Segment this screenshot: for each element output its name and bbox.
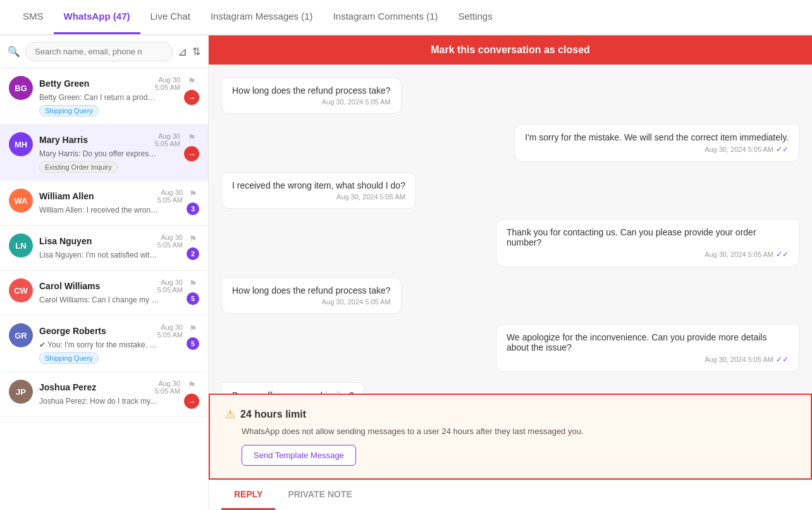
conversation-item-george-roberts[interactable]: GRGeorge RobertsAug 305:05 AM✔ You: I'm … [0,316,208,372]
conv-content: Mary HarrisAug 305:05 AMMary Harris: Do … [39,132,180,173]
conv-actions: ⚑→ [184,380,199,409]
conv-actions: ⚑2 [187,233,199,260]
flag-icon[interactable]: ⚑ [188,76,196,86]
unread-badge: 3 [187,202,199,215]
conv-content: Joshua PerezAug 305:05 AMJoshua Perez: H… [39,380,180,409]
avatar: JP [9,380,33,404]
conv-tag: Shipping Query [39,105,99,116]
top-nav: SMSWhatsApp (47)Live ChatInstagram Messa… [0,0,812,35]
conv-name: George Roberts [39,326,106,336]
flag-icon[interactable]: ⚑ [188,132,196,142]
read-receipt-icon: ✓✓ [776,145,789,154]
nav-item-sms[interactable]: SMS [13,0,54,34]
conv-name: Carol Williams [39,281,100,291]
message-time: Aug 30, 2024 5:05 AM [232,98,391,106]
conv-preview: Joshua Perez: How do I track my... [39,397,159,406]
chat-messages: How long does the refund process take?Au… [209,65,812,394]
conv-preview: Carol Williams: Can I change my delivery… [39,295,159,304]
conv-time: Aug 305:05 AM [157,278,183,294]
conversation-item-betty-green[interactable]: BGBetty GreenAug 305:05 AMBetty Green: C… [0,68,208,125]
conv-time: Aug 305:05 AM [155,380,180,395]
nav-item-instagram-comments[interactable]: Instagram Comments (1) [323,0,448,34]
avatar: WA [9,189,33,213]
warning-box: ⚠ 24 hours limit WhatsApp does not allow… [209,394,812,480]
message-m6: We apologize for the inconvenience. Can … [496,324,799,372]
conversation-list: BGBetty GreenAug 305:05 AMBetty Green: C… [0,68,208,510]
flag-icon[interactable]: ⚑ [188,380,196,390]
conv-tag: Existing Order Inquiry [39,161,118,173]
conversation-item-carol-williams[interactable]: CWCarol WilliamsAug 305:05 AMCarol Willi… [0,271,208,316]
nav-item-whatsapp[interactable]: WhatsApp (47) [54,0,140,34]
conv-actions: ⚑5 [187,278,199,305]
conv-actions: ⚑→ [184,76,199,105]
message-text: I received the wrong item, what should I… [232,180,405,190]
avatar: MH [9,132,33,156]
filter-icon[interactable]: ⊿ [178,45,187,59]
send-template-button[interactable]: Send Template Message [242,445,356,466]
search-input[interactable] [25,42,173,61]
avatar: LN [9,233,33,258]
arrow-button[interactable]: → [184,394,199,409]
read-receipt-icon: ✓✓ [776,250,789,259]
message-m7: Do you offer express shipping?Aug 30, 20… [221,382,365,394]
conv-content: Betty GreenAug 305:05 AMBetty Green: Can… [39,76,180,116]
arrow-button[interactable]: → [184,146,199,161]
conv-name: Joshua Perez [39,382,96,392]
chat-footer: REPLYPRIVATE NOTE [209,480,812,510]
message-m4: Thank you for contacting us. Can you ple… [496,219,799,267]
conv-time: Aug 305:05 AM [157,189,183,204]
sort-icon[interactable]: ⇅ [192,46,200,58]
flag-icon[interactable]: ⚑ [189,189,197,199]
conv-preview: Lisa Nguyen: I'm not satisfied with the … [39,251,159,259]
message-time: Aug 30, 2024 5:05 AM✓✓ [525,145,789,154]
warning-title: 24 hours limit [240,409,306,420]
unread-badge: 2 [187,247,199,260]
nav-item-livechat[interactable]: Live Chat [140,0,200,34]
conversation-item-joshua-perez[interactable]: JPJoshua PerezAug 305:05 AMJoshua Perez:… [0,372,208,417]
warning-icon: ⚠ [225,407,235,421]
message-time: Aug 30, 2024 5:05 AM [232,193,405,201]
conv-actions: ⚑5 [187,323,199,350]
conv-actions: ⚑→ [184,132,199,161]
conv-name: Mary Harris [39,135,88,145]
conv-time: Aug 305:05 AM [157,323,183,339]
read-receipt-icon: ✓✓ [776,355,789,364]
avatar: GR [9,323,33,347]
flag-icon[interactable]: ⚑ [189,323,197,333]
conv-time: Aug 305:05 AM [155,76,180,91]
search-icon: 🔍 [8,46,20,58]
flag-icon[interactable]: ⚑ [189,233,197,244]
conv-name: William Allen [39,191,94,201]
chat-header[interactable]: Mark this conversation as closed [209,35,812,65]
sidebar: 🔍 ⊿ ⇅ BGBetty GreenAug 305:05 AMBetty Gr… [0,35,209,510]
message-text: How long does the refund process take? [232,85,391,96]
arrow-button[interactable]: → [184,90,199,105]
conv-time: Aug 305:05 AM [157,233,183,249]
footer-tab-reply[interactable]: REPLY [221,480,275,510]
conv-preview: Mary Harris: Do you offer express shippi… [39,149,159,158]
message-m5: How long does the refund process take?Au… [221,277,402,314]
flag-icon[interactable]: ⚑ [189,278,197,289]
sidebar-search: 🔍 ⊿ ⇅ [0,35,208,68]
message-text: Thank you for contacting us. Can you ple… [507,227,789,247]
nav-item-instagram-messages[interactable]: Instagram Messages (1) [200,0,323,34]
conversation-item-mary-harris[interactable]: MHMary HarrisAug 305:05 AMMary Harris: D… [0,125,208,181]
avatar: CW [9,278,33,302]
warning-description: WhatsApp does not allow sending messages… [242,426,796,436]
message-text: I'm sorry for the mistake. We will send … [525,132,789,142]
message-m2: I'm sorry for the mistake. We will send … [514,124,799,162]
conv-content: George RobertsAug 305:05 AM✔ You: I'm so… [39,323,183,364]
conversation-item-william-allen[interactable]: WAWilliam AllenAug 305:05 AMWilliam Alle… [0,181,208,226]
unread-badge: 5 [187,292,199,305]
conv-name: Betty Green [39,78,89,89]
unread-badge: 5 [187,337,199,350]
message-text: How long does the refund process take? [232,285,391,295]
avatar: BG [9,76,33,100]
conv-preview: Betty Green: Can I return a product I bo… [39,93,159,102]
footer-tab-private-note[interactable]: PRIVATE NOTE [275,480,364,510]
warning-header: ⚠ 24 hours limit [225,407,796,421]
conversation-item-lisa-nguyen[interactable]: LNLisa NguyenAug 305:05 AMLisa Nguyen: I… [0,226,208,271]
nav-item-settings[interactable]: Settings [448,0,503,34]
conv-content: Carol WilliamsAug 305:05 AMCarol William… [39,278,183,308]
message-m3: I received the wrong item, what should I… [221,172,416,209]
